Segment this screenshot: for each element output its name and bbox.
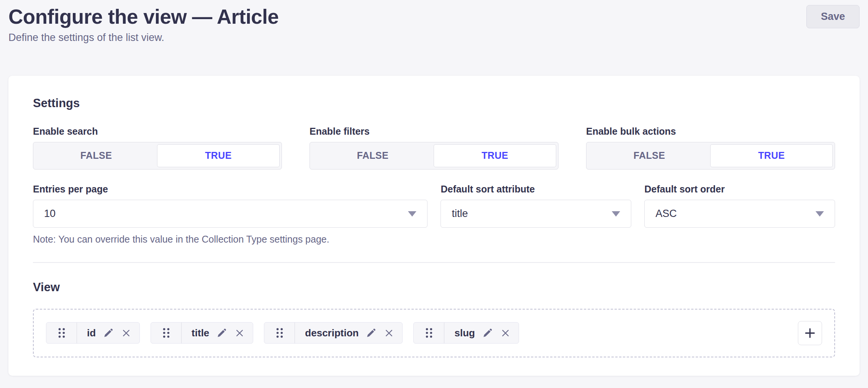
toggle-option-true[interactable]: TRUE	[434, 144, 556, 167]
save-button[interactable]: Save	[806, 5, 860, 28]
field-pill-slug[interactable]: slug	[413, 322, 519, 344]
field-pill-label: id	[87, 327, 96, 339]
drag-handle-icon[interactable]	[46, 323, 77, 343]
close-icon[interactable]	[121, 328, 131, 338]
page-subtitle: Define the settings of the list view.	[8, 32, 860, 44]
page-header: Configure the view — Article Define the …	[0, 0, 868, 44]
drag-handle-icon[interactable]	[264, 323, 295, 343]
pencil-icon[interactable]	[103, 328, 114, 339]
enable-filters-toggle[interactable]: FALSE TRUE	[310, 142, 558, 170]
toggle-option-false[interactable]: FALSE	[312, 144, 434, 167]
close-icon[interactable]	[501, 328, 510, 338]
settings-card: Settings Enable search FALSE TRUE Enable…	[8, 76, 860, 376]
toggle-option-true[interactable]: TRUE	[710, 144, 833, 167]
default-sort-order-value: ASC	[655, 208, 677, 220]
enable-bulk-actions-field: Enable bulk actions FALSE TRUE	[586, 126, 835, 170]
toggle-option-true[interactable]: TRUE	[157, 144, 280, 167]
enable-search-toggle[interactable]: FALSE TRUE	[33, 142, 282, 170]
drag-handle-icon[interactable]	[414, 323, 444, 343]
plus-icon	[804, 327, 816, 339]
chevron-down-icon	[612, 211, 620, 217]
settings-section-heading: Settings	[33, 96, 835, 110]
section-divider	[33, 262, 835, 263]
default-sort-attribute-select[interactable]: title	[441, 200, 631, 228]
enable-bulk-actions-toggle[interactable]: FALSE TRUE	[586, 142, 835, 170]
field-pill-title[interactable]: title	[151, 322, 253, 344]
entries-per-page-field: Entries per page 10 Note: You can overri…	[33, 183, 427, 245]
enable-search-field: Enable search FALSE TRUE	[33, 126, 282, 170]
toggle-option-false[interactable]: FALSE	[35, 144, 157, 167]
enable-search-label: Enable search	[33, 126, 282, 137]
entries-per-page-select[interactable]: 10	[33, 200, 427, 228]
entries-per-page-label: Entries per page	[33, 183, 427, 195]
close-icon[interactable]	[384, 328, 394, 338]
close-icon[interactable]	[235, 328, 244, 338]
field-pill-label: description	[305, 327, 359, 339]
default-sort-order-field: Default sort order ASC	[644, 183, 835, 228]
pencil-icon[interactable]	[365, 328, 377, 339]
default-sort-attribute-field: Default sort attribute title	[441, 183, 631, 228]
chevron-down-icon	[816, 211, 824, 217]
view-section-heading: View	[33, 280, 835, 294]
default-sort-order-select[interactable]: ASC	[644, 200, 835, 228]
add-field-button[interactable]	[798, 321, 822, 345]
field-pill-id[interactable]: id	[46, 322, 140, 344]
field-pill-label: slug	[454, 327, 475, 339]
field-pill-description[interactable]: description	[264, 322, 403, 344]
enable-bulk-actions-label: Enable bulk actions	[586, 126, 835, 137]
drag-handle-icon[interactable]	[151, 323, 182, 343]
chevron-down-icon	[408, 211, 416, 217]
default-sort-attribute-value: title	[452, 208, 468, 220]
pencil-icon[interactable]	[482, 328, 493, 339]
entries-per-page-value: 10	[44, 208, 56, 220]
enable-filters-field: Enable filters FALSE TRUE	[310, 126, 558, 170]
view-fields-dropzone: id title	[33, 309, 835, 357]
entries-per-page-note: Note: You can override this value in the…	[33, 233, 427, 245]
enable-filters-label: Enable filters	[310, 126, 558, 137]
default-sort-attribute-label: Default sort attribute	[441, 183, 631, 195]
page-title: Configure the view — Article	[8, 5, 860, 29]
toggles-row: Enable search FALSE TRUE Enable filters …	[33, 126, 835, 170]
field-pill-label: title	[192, 327, 209, 339]
toggle-option-false[interactable]: FALSE	[588, 144, 710, 167]
default-sort-order-label: Default sort order	[644, 183, 835, 195]
selects-row: Entries per page 10 Note: You can overri…	[33, 183, 835, 245]
pencil-icon[interactable]	[216, 328, 227, 339]
